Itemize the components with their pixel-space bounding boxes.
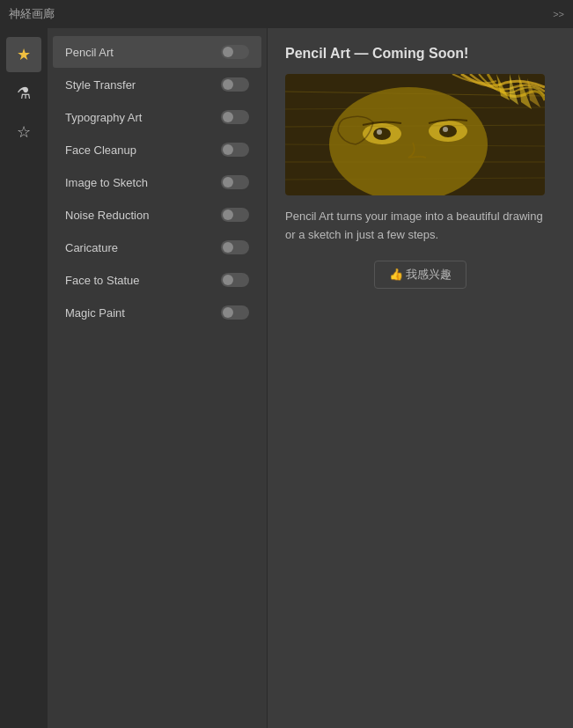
sidebar-item-star-outline[interactable]: ☆	[6, 114, 41, 150]
plugin-toggle-caricature[interactable]	[221, 240, 249, 254]
plugin-item-image-to-sketch[interactable]: Image to Sketch	[53, 166, 261, 198]
plugin-list: Pencil ArtStyle TransferTypography ArtFa…	[48, 28, 268, 728]
plugin-item-style-transfer[interactable]: Style Transfer	[53, 69, 261, 100]
detail-title: Pencil Art — Coming Soon!	[285, 46, 555, 62]
interest-button[interactable]: 👍 我感兴趣	[374, 261, 467, 289]
svg-point-4	[373, 128, 391, 140]
plugin-item-caricature[interactable]: Caricature	[53, 232, 261, 263]
svg-point-5	[377, 129, 382, 135]
star-active-icon: ★	[17, 45, 31, 64]
plugin-item-label: Face to Statue	[65, 274, 140, 287]
sidebar-icons: ★ ⚗ ☆	[0, 28, 48, 728]
sidebar-item-favorites[interactable]: ★	[6, 37, 41, 72]
plugin-item-magic-paint[interactable]: Magic Paint	[53, 297, 261, 328]
plugin-item-label: Magic Paint	[65, 306, 125, 320]
plugin-item-label: Style Transfer	[65, 78, 136, 92]
expand-icon[interactable]: >>	[553, 9, 564, 19]
plugin-item-label: Face Cleanup	[65, 143, 136, 157]
svg-point-7	[439, 125, 457, 137]
plugin-toggle-face-to-statue[interactable]	[221, 273, 249, 287]
plugin-toggle-style-transfer[interactable]	[221, 77, 249, 92]
plugin-item-label: Pencil Art	[65, 46, 114, 59]
main-layout: ★ ⚗ ☆ Pencil ArtStyle TransferTypography…	[0, 28, 573, 728]
plugin-toggle-typography-art[interactable]	[221, 110, 249, 124]
plugin-item-noise-reduction[interactable]: Noise Reduction	[53, 199, 261, 231]
plugin-toggle-noise-reduction[interactable]	[221, 208, 249, 222]
detail-panel: Pencil Art — Coming Soon!	[268, 28, 573, 728]
flask-icon: ⚗	[17, 84, 31, 103]
detail-image	[285, 74, 545, 195]
plugin-item-label: Typography Art	[65, 111, 142, 124]
svg-point-8	[443, 127, 448, 132]
plugin-item-face-to-statue[interactable]: Face to Statue	[53, 264, 261, 296]
plugin-item-face-cleanup[interactable]: Face Cleanup	[53, 134, 261, 165]
plugin-item-typography-art[interactable]: Typography Art	[53, 101, 261, 133]
app-title: 神経画廊	[9, 6, 55, 22]
plugin-toggle-image-to-sketch[interactable]	[221, 175, 249, 189]
detail-description: Pencil Art turns your image into a beaut…	[285, 208, 545, 245]
plugin-item-label: Image to Sketch	[65, 176, 148, 189]
plugin-toggle-pencil-art[interactable]	[221, 45, 249, 59]
star-outline-icon: ☆	[17, 122, 31, 142]
sidebar-item-lab[interactable]: ⚗	[6, 76, 41, 111]
plugin-toggle-magic-paint[interactable]	[221, 305, 249, 320]
plugin-toggle-face-cleanup[interactable]	[221, 143, 249, 157]
plugin-item-label: Caricature	[65, 241, 118, 254]
title-bar: 神経画廊 >>	[0, 0, 573, 28]
plugin-item-pencil-art[interactable]: Pencil Art	[53, 36, 261, 68]
plugin-item-label: Noise Reduction	[65, 209, 149, 222]
